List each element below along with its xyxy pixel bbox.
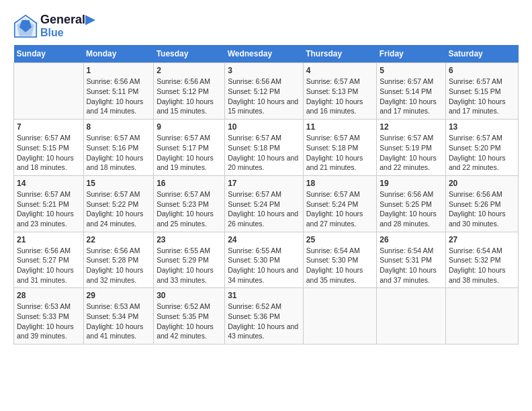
sunrise-text: Sunrise: 6:57 AM — [228, 133, 300, 143]
daylight-text: Daylight: 10 hours and 37 minutes. — [380, 265, 443, 285]
cell-info: Sunrise: 6:57 AM Sunset: 5:15 PM Dayligh… — [17, 133, 81, 173]
daylight-text: Daylight: 10 hours and 25 minutes. — [157, 209, 222, 228]
daylight-text: Daylight: 10 hours and 41 minutes. — [87, 322, 151, 341]
calendar-cell: 2 Sunrise: 6:56 AM Sunset: 5:12 PM Dayli… — [154, 63, 225, 120]
calendar-cell: 9 Sunrise: 6:57 AM Sunset: 5:17 PM Dayli… — [154, 120, 225, 176]
calendar-cell — [14, 63, 84, 120]
sunrise-text: Sunrise: 6:56 AM — [449, 189, 515, 199]
sunset-text: Sunset: 5:26 PM — [449, 199, 515, 210]
calendar-cell: 13 Sunrise: 6:57 AM Sunset: 5:20 PM Dayl… — [445, 120, 518, 176]
calendar-cell: 4 Sunrise: 6:57 AM Sunset: 5:13 PM Dayli… — [303, 63, 377, 120]
sunrise-text: Sunrise: 6:57 AM — [87, 133, 151, 143]
cell-info: Sunrise: 6:57 AM Sunset: 5:20 PM Dayligh… — [449, 133, 515, 173]
day-number: 17 — [228, 179, 300, 188]
cell-info: Sunrise: 6:57 AM Sunset: 5:17 PM Dayligh… — [157, 133, 222, 173]
sunrise-text: Sunrise: 6:56 AM — [17, 246, 81, 256]
cell-info: Sunrise: 6:57 AM Sunset: 5:15 PM Dayligh… — [449, 77, 515, 116]
sunrise-text: Sunrise: 6:54 AM — [449, 246, 515, 256]
calendar-cell: 25 Sunrise: 6:54 AM Sunset: 5:30 PM Dayl… — [303, 232, 377, 288]
daylight-text: Daylight: 10 hours and 34 minutes. — [228, 265, 300, 285]
daylight-text: Daylight: 10 hours and 14 minutes. — [87, 97, 151, 116]
day-number: 12 — [380, 122, 443, 132]
sunset-text: Sunset: 5:30 PM — [306, 255, 374, 265]
sunrise-text: Sunrise: 6:53 AM — [87, 302, 151, 312]
day-number: 24 — [228, 235, 300, 244]
sunset-text: Sunset: 5:27 PM — [17, 255, 81, 265]
daylight-text: Daylight: 10 hours and 20 minutes. — [228, 153, 300, 173]
cell-info: Sunrise: 6:52 AM Sunset: 5:35 PM Dayligh… — [157, 302, 222, 341]
cell-info: Sunrise: 6:57 AM Sunset: 5:24 PM Dayligh… — [228, 189, 300, 229]
daylight-text: Daylight: 10 hours and 17 minutes. — [380, 97, 443, 116]
sunset-text: Sunset: 5:28 PM — [87, 255, 151, 265]
cell-info: Sunrise: 6:57 AM Sunset: 5:18 PM Dayligh… — [306, 133, 374, 173]
calendar-cell: 19 Sunrise: 6:56 AM Sunset: 5:25 PM Dayl… — [377, 175, 446, 232]
day-number: 14 — [17, 179, 81, 188]
week-row-4: 21 Sunrise: 6:56 AM Sunset: 5:27 PM Dayl… — [14, 232, 519, 288]
sunset-text: Sunset: 5:24 PM — [228, 199, 300, 210]
sunset-text: Sunset: 5:14 PM — [380, 87, 443, 97]
sunset-text: Sunset: 5:32 PM — [449, 255, 515, 265]
day-number: 10 — [228, 122, 300, 132]
calendar-cell: 15 Sunrise: 6:57 AM Sunset: 5:22 PM Dayl… — [83, 175, 154, 232]
sunset-text: Sunset: 5:20 PM — [449, 143, 515, 153]
cell-info: Sunrise: 6:57 AM Sunset: 5:24 PM Dayligh… — [306, 189, 374, 229]
sunrise-text: Sunrise: 6:55 AM — [157, 246, 222, 256]
logo-icon — [13, 14, 38, 38]
daylight-text: Daylight: 10 hours and 22 minutes. — [380, 153, 443, 173]
day-number: 29 — [87, 291, 151, 300]
sunrise-text: Sunrise: 6:57 AM — [306, 189, 374, 199]
calendar-cell: 6 Sunrise: 6:57 AM Sunset: 5:15 PM Dayli… — [445, 63, 518, 120]
daylight-text: Daylight: 10 hours and 39 minutes. — [17, 322, 81, 341]
day-number: 13 — [449, 122, 515, 132]
sunset-text: Sunset: 5:23 PM — [157, 199, 222, 210]
daylight-text: Daylight: 10 hours and 19 minutes. — [157, 153, 222, 173]
sunset-text: Sunset: 5:21 PM — [17, 199, 81, 210]
sunrise-text: Sunrise: 6:52 AM — [157, 302, 222, 312]
calendar-cell: 8 Sunrise: 6:57 AM Sunset: 5:16 PM Dayli… — [83, 120, 154, 176]
day-number: 21 — [17, 235, 81, 244]
calendar-cell: 20 Sunrise: 6:56 AM Sunset: 5:26 PM Dayl… — [445, 175, 518, 232]
sunrise-text: Sunrise: 6:55 AM — [228, 246, 300, 256]
day-number: 25 — [306, 235, 374, 244]
sunset-text: Sunset: 5:18 PM — [228, 143, 300, 153]
sunset-text: Sunset: 5:25 PM — [380, 199, 443, 210]
daylight-text: Daylight: 10 hours and 18 minutes. — [17, 153, 81, 173]
calendar-cell: 18 Sunrise: 6:57 AM Sunset: 5:24 PM Dayl… — [303, 175, 377, 232]
logo-text: General▶ Blue — [40, 13, 95, 38]
sunset-text: Sunset: 5:19 PM — [380, 143, 443, 153]
day-number: 23 — [157, 235, 222, 244]
daylight-text: Daylight: 10 hours and 30 minutes. — [449, 209, 515, 228]
day-header-monday: Monday — [83, 45, 154, 63]
daylight-text: Daylight: 10 hours and 28 minutes. — [380, 209, 443, 228]
daylight-text: Daylight: 10 hours and 38 minutes. — [449, 265, 515, 285]
day-header-friday: Friday — [377, 45, 446, 63]
calendar-cell: 28 Sunrise: 6:53 AM Sunset: 5:33 PM Dayl… — [14, 288, 84, 345]
day-number: 1 — [87, 66, 151, 75]
day-number: 27 — [449, 235, 515, 244]
cell-info: Sunrise: 6:55 AM Sunset: 5:29 PM Dayligh… — [157, 246, 222, 285]
sunset-text: Sunset: 5:15 PM — [449, 87, 515, 97]
day-header-tuesday: Tuesday — [154, 45, 225, 63]
daylight-text: Daylight: 10 hours and 21 minutes. — [306, 153, 374, 173]
week-row-3: 14 Sunrise: 6:57 AM Sunset: 5:21 PM Dayl… — [14, 175, 519, 232]
cell-info: Sunrise: 6:56 AM Sunset: 5:26 PM Dayligh… — [449, 189, 515, 229]
calendar-cell: 5 Sunrise: 6:57 AM Sunset: 5:14 PM Dayli… — [377, 63, 446, 120]
sunrise-text: Sunrise: 6:57 AM — [17, 189, 81, 199]
cell-info: Sunrise: 6:53 AM Sunset: 5:33 PM Dayligh… — [17, 302, 81, 341]
sunrise-text: Sunrise: 6:57 AM — [449, 77, 515, 87]
sunrise-text: Sunrise: 6:56 AM — [380, 189, 443, 199]
sunset-text: Sunset: 5:22 PM — [87, 199, 151, 210]
day-header-wednesday: Wednesday — [225, 45, 304, 63]
sunrise-text: Sunrise: 6:57 AM — [449, 133, 515, 143]
sunset-text: Sunset: 5:29 PM — [157, 255, 222, 265]
sunset-text: Sunset: 5:13 PM — [306, 87, 374, 97]
cell-info: Sunrise: 6:54 AM Sunset: 5:30 PM Dayligh… — [306, 246, 374, 285]
cell-info: Sunrise: 6:56 AM Sunset: 5:11 PM Dayligh… — [87, 77, 151, 116]
daylight-text: Daylight: 10 hours and 16 minutes. — [306, 97, 374, 116]
day-number: 5 — [380, 66, 443, 75]
calendar-cell: 12 Sunrise: 6:57 AM Sunset: 5:19 PM Dayl… — [377, 120, 446, 176]
cell-info: Sunrise: 6:56 AM Sunset: 5:12 PM Dayligh… — [228, 77, 300, 116]
daylight-text: Daylight: 10 hours and 26 minutes. — [228, 209, 300, 228]
sunrise-text: Sunrise: 6:54 AM — [380, 246, 443, 256]
daylight-text: Daylight: 10 hours and 43 minutes. — [228, 322, 300, 341]
